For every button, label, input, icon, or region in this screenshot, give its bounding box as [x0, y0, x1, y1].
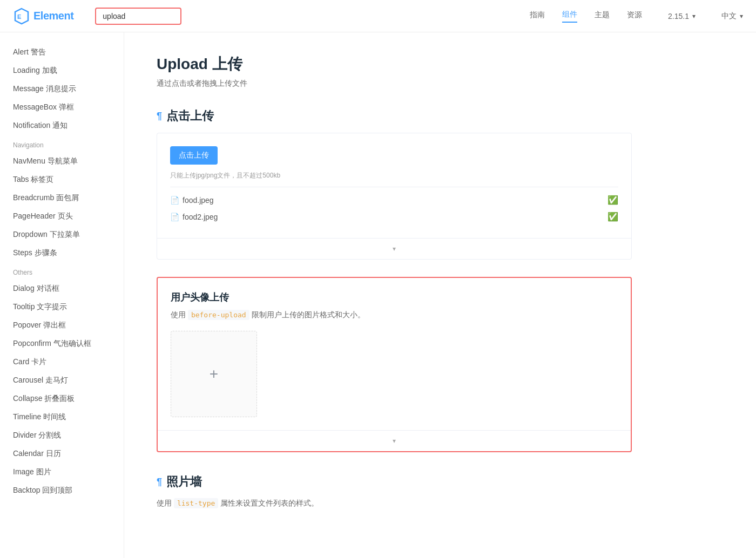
sidebar-item-popover[interactable]: Popover 弹出框 — [0, 316, 124, 335]
main-content: Upload 上传 通过点击或者拖拽上传文件 ¶ 点击上传 点击上传 只能上传j… — [124, 32, 664, 539]
sidebar-item-timeline[interactable]: Timeline 时间线 — [0, 408, 124, 426]
sidebar: Alert 警告 Loading 加载 Message 消息提示 Message… — [0, 32, 124, 539]
sidebar-item-dialog[interactable]: Dialog 对话框 — [0, 280, 124, 298]
sidebar-item-carousel[interactable]: Carousel 走马灯 — [0, 371, 124, 390]
section1-title-text: 点击上传 — [166, 108, 214, 124]
expand-code-icon[interactable]: ▾ — [393, 245, 396, 253]
sidebar-item-steps[interactable]: Steps 步骤条 — [0, 244, 124, 262]
nav-components[interactable]: 组件 — [562, 10, 577, 23]
photo-desc: 使用 list-type 属性来设置文件列表的样式。 — [157, 499, 632, 508]
demo1-content: 点击上传 只能上传jpg/png文件，且不超过500kb 📄 food.jpeg… — [157, 133, 631, 238]
sidebar-item-popconfirm[interactable]: Popconfirm 气泡确认框 — [0, 335, 124, 353]
avatar-section-title: 用户头像上传 — [171, 291, 618, 304]
svg-text:E: E — [17, 13, 21, 20]
photo-wall-section: ¶ 照片墙 使用 list-type 属性来设置文件列表的样式。 — [157, 474, 632, 508]
avatar-upload-demo: 用户头像上传 使用 before-upload 限制用户上传的图片格式和大小。 … — [157, 277, 632, 452]
section1-anchor: ¶ — [157, 111, 162, 122]
search-input[interactable] — [95, 8, 181, 25]
file-name-1: food.jpeg — [183, 196, 604, 205]
file-status-2: ✅ — [608, 212, 618, 222]
app-header: E Element 指南 组件 主题 资源 2.15.1 中文 — [0, 0, 756, 32]
sidebar-item-card[interactable]: Card 卡片 — [0, 353, 124, 371]
language-select[interactable]: 中文 — [721, 11, 743, 21]
logo-icon: E — [13, 8, 30, 25]
sidebar-item-alert[interactable]: Alert 警告 — [0, 43, 124, 62]
sidebar-item-tooltip[interactable]: Tooltip 文字提示 — [0, 298, 124, 316]
search-box — [95, 8, 181, 25]
main-nav: 指南 组件 主题 资源 2.15.1 中文 — [530, 10, 743, 23]
section3-title: ¶ 照片墙 — [157, 474, 632, 490]
sidebar-item-tabs[interactable]: Tabs 标签页 — [0, 171, 124, 189]
sidebar-item-message[interactable]: Message 消息提示 — [0, 80, 124, 98]
sidebar-item-divider[interactable]: Divider 分割线 — [0, 426, 124, 445]
section1-title: ¶ 点击上传 — [157, 108, 632, 124]
avatar-desc-prefix: 使用 — [171, 310, 188, 319]
nav-guide[interactable]: 指南 — [530, 10, 545, 22]
photo-desc-suffix: 属性来设置文件列表的样式。 — [218, 499, 319, 507]
logo-text: Element — [33, 10, 73, 22]
demo2-footer[interactable]: ▾ — [158, 430, 631, 451]
plus-icon: + — [210, 365, 218, 383]
sidebar-item-image[interactable]: Image 图片 — [0, 463, 124, 481]
sidebar-item-navmenu[interactable]: NavMenu 导航菜单 — [0, 152, 124, 171]
section3-anchor: ¶ — [157, 477, 162, 488]
photo-desc-code: list-type — [174, 498, 218, 508]
demo2-content: 用户头像上传 使用 before-upload 限制用户上传的图片格式和大小。 … — [158, 278, 631, 430]
page-desc: 通过点击或者拖拽上传文件 — [157, 79, 632, 89]
page-title: Upload 上传 — [157, 54, 632, 74]
sidebar-item-dropdown[interactable]: Dropdown 下拉菜单 — [0, 226, 124, 244]
upload-button[interactable]: 点击上传 — [170, 146, 218, 165]
avatar-desc-code: before-upload — [188, 310, 249, 320]
sidebar-item-loading[interactable]: Loading 加载 — [0, 62, 124, 80]
version-select[interactable]: 2.15.1 — [668, 12, 696, 21]
sidebar-section-others: Others — [0, 262, 124, 280]
demo1-footer[interactable]: ▾ — [157, 238, 631, 259]
file-list: 📄 food.jpeg ✅ 📄 food2.jpeg ✅ — [170, 187, 618, 225]
logo[interactable]: E Element — [13, 8, 73, 25]
sidebar-item-pageheader[interactable]: PageHeader 页头 — [0, 207, 124, 226]
click-upload-demo: 点击上传 只能上传jpg/png文件，且不超过500kb 📄 food.jpeg… — [157, 133, 632, 260]
photo-desc-prefix: 使用 — [157, 499, 174, 507]
sidebar-section-navigation: Navigation — [0, 135, 124, 152]
sidebar-item-backtop[interactable]: Backtop 回到顶部 — [0, 481, 124, 500]
nav-resources[interactable]: 资源 — [627, 10, 642, 22]
section3-title-text: 照片墙 — [166, 474, 202, 490]
sidebar-item-notification[interactable]: Notification 通知 — [0, 117, 124, 135]
layout: Alert 警告 Loading 加载 Message 消息提示 Message… — [0, 32, 756, 539]
expand-code-icon-2[interactable]: ▾ — [393, 437, 396, 445]
file-name-2: food2.jpeg — [183, 213, 604, 221]
sidebar-item-collapse[interactable]: Collapse 折叠面板 — [0, 390, 124, 408]
sidebar-item-messagebox[interactable]: MessageBox 弹框 — [0, 98, 124, 117]
nav-theme[interactable]: 主题 — [595, 10, 610, 22]
file-item-1: 📄 food.jpeg ✅ — [170, 192, 618, 208]
file-item-2: 📄 food2.jpeg ✅ — [170, 208, 618, 225]
sidebar-item-breadcrumb[interactable]: Breadcrumb 面包屑 — [0, 189, 124, 207]
avatar-desc: 使用 before-upload 限制用户上传的图片格式和大小。 — [171, 310, 618, 320]
upload-hint: 只能上传jpg/png文件，且不超过500kb — [170, 171, 618, 180]
file-icon-2: 📄 — [170, 213, 179, 221]
avatar-upload-area[interactable]: + — [171, 331, 257, 417]
sidebar-item-calendar[interactable]: Calendar 日历 — [0, 445, 124, 463]
file-icon-1: 📄 — [170, 196, 179, 205]
file-status-1: ✅ — [608, 195, 618, 205]
avatar-desc-suffix: 限制用户上传的图片格式和大小。 — [249, 310, 365, 319]
